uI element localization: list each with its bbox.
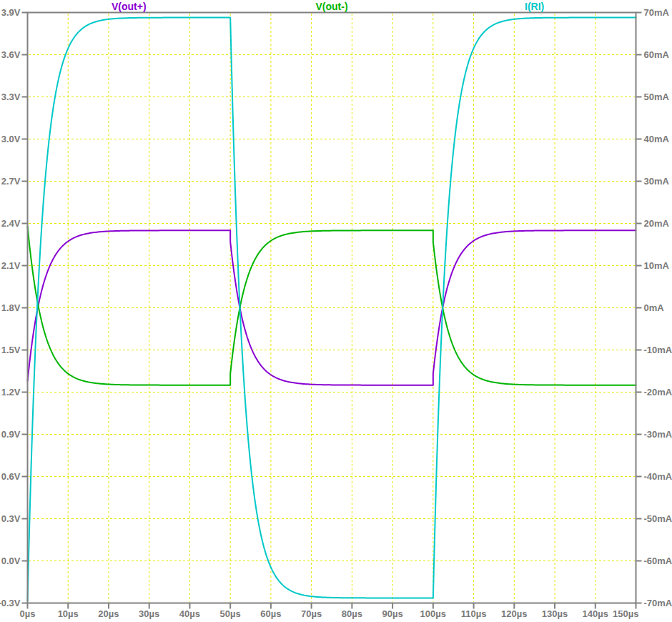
tick-label-bottom: 40µs xyxy=(179,608,200,619)
tick-label-left: 3.6V xyxy=(1,49,21,60)
tick-label-left: 1.5V xyxy=(1,345,21,355)
tick-label-bottom: 50µs xyxy=(220,608,241,619)
tick-label-bottom: 120µs xyxy=(501,608,527,619)
tick-label-right: 30mA xyxy=(644,176,670,187)
tick-label-left: 2.7V xyxy=(1,176,21,187)
tick-label-bottom: 10µs xyxy=(58,608,79,619)
tick-label-bottom: 110µs xyxy=(461,608,487,619)
tick-label-left: 3.3V xyxy=(1,92,21,102)
trace-i-ri[interactable] xyxy=(28,18,636,601)
tick-label-bottom: 90µs xyxy=(382,608,403,619)
tick-label-right: -50mA xyxy=(644,513,672,524)
axis-layer xyxy=(22,13,642,609)
tick-label-left: 0.0V xyxy=(1,556,21,566)
waveform-viewer: 3.9V70mA3.6V60mA3.3V50mA3.0V40mA2.7V30mA… xyxy=(0,0,672,622)
tick-label-bottom: 30µs xyxy=(139,608,159,619)
tick-label-right: -60mA xyxy=(644,556,672,566)
tick-label-left: 0.3V xyxy=(1,513,21,524)
tick-label-left: 3.9V xyxy=(1,7,21,18)
grid-layer xyxy=(29,14,635,602)
tick-label-left: 2.4V xyxy=(1,218,21,229)
tick-label-right: -20mA xyxy=(644,387,672,398)
tick-label-right: -40mA xyxy=(644,471,672,482)
tick-label-left: 0.9V xyxy=(1,429,21,440)
tick-label-right: -10mA xyxy=(644,345,672,355)
tick-label-left: 1.2V xyxy=(1,387,21,398)
tick-label-right: 50mA xyxy=(644,92,670,102)
tick-label-bottom: 20µs xyxy=(98,608,119,619)
tick-label-left: 3.0V xyxy=(1,134,21,144)
legend-label-v-out-minus[interactable]: V(out-) xyxy=(315,1,347,12)
tick-label-bottom: 130µs xyxy=(542,608,568,619)
trace-layer xyxy=(28,18,636,601)
legend-label-v-out-plus[interactable]: V(out+) xyxy=(112,1,147,12)
tick-label-right: 60mA xyxy=(644,49,670,60)
tick-label-bottom: 70µs xyxy=(301,608,322,619)
tick-label-bottom: 140µs xyxy=(583,608,608,619)
tick-label-bottom: 80µs xyxy=(342,608,362,619)
tick-label-bottom: 150µs xyxy=(613,608,638,619)
tick-label-left: 1.8V xyxy=(1,302,21,313)
tick-label-left: 2.1V xyxy=(1,260,21,271)
tick-label-right: 10mA xyxy=(644,260,670,271)
tick-label-bottom: 60µs xyxy=(260,608,281,619)
tick-label-right: -70mA xyxy=(644,598,672,608)
tick-label-right: 0mA xyxy=(644,302,665,313)
plot-canvas[interactable]: 3.9V70mA3.6V60mA3.3V50mA3.0V40mA2.7V30mA… xyxy=(0,0,672,622)
tick-label-right: 20mA xyxy=(644,218,670,229)
legend-label-i-ri[interactable]: I(RI) xyxy=(525,1,544,12)
legend-layer: V(out+)V(out-)I(RI) xyxy=(112,1,544,12)
tick-label-right: 40mA xyxy=(644,134,670,144)
tick-label-right: -30mA xyxy=(644,429,672,440)
tick-label-left: 0.6V xyxy=(1,471,21,482)
tick-label-right: 70mA xyxy=(644,7,670,18)
tick-label-left: -0.3V xyxy=(0,598,21,608)
tick-label-bottom: 100µs xyxy=(420,608,446,619)
trace-v-out-minus[interactable] xyxy=(28,226,636,385)
tick-label-bottom: 0µs xyxy=(20,608,36,619)
label-layer: 3.9V70mA3.6V60mA3.3V50mA3.0V40mA2.7V30mA… xyxy=(0,7,672,619)
